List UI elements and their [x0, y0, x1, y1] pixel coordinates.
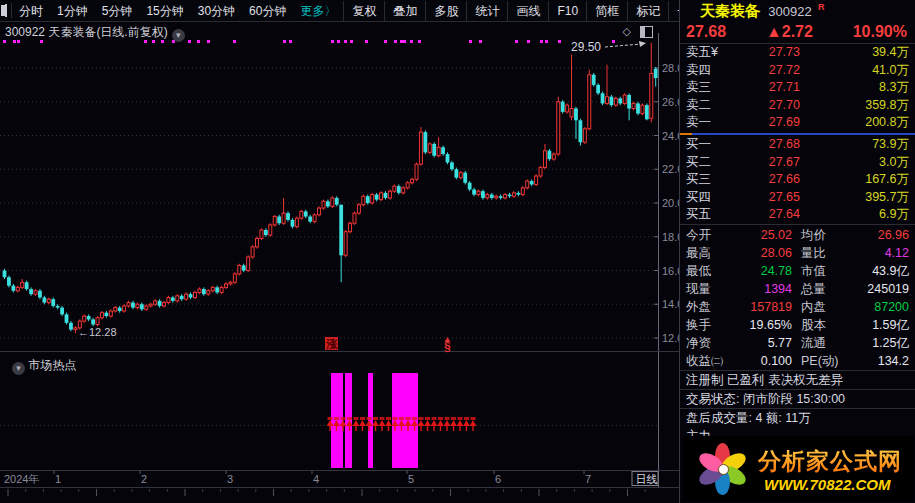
order-book-row[interactable]: 卖三27.718.3万: [680, 79, 915, 97]
book-volume: 8.3万: [800, 79, 909, 97]
price-row: 27.68 ▲2.72 10.90%: [680, 22, 915, 44]
toolbar-button[interactable]: 简框: [586, 1, 627, 21]
book-volume: 39.4万: [800, 44, 909, 62]
svg-text:4: 4: [313, 473, 319, 485]
svg-text:3: 3: [227, 473, 233, 485]
svg-text:6: 6: [495, 473, 501, 485]
svg-text:16.00: 16.00: [662, 265, 679, 277]
candlestick-chart[interactable]: 28.0026.0024.0022.0020.0018.0016.0014.00…: [0, 21, 679, 503]
book-level-label: 卖一: [686, 114, 734, 132]
book-level-label: 买三: [686, 171, 734, 189]
book-level-label: 卖二: [686, 97, 734, 115]
svg-text:§: §: [444, 340, 451, 354]
order-book-row[interactable]: 卖二27.70359.8万: [680, 97, 915, 115]
toolbar-button[interactable]: 画线: [507, 1, 548, 21]
order-book-row[interactable]: 买五27.646.9万: [680, 206, 915, 224]
svg-text:12.00: 12.00: [662, 332, 679, 344]
trade-status: 交易状态: 闭市阶段 15:30:00: [680, 389, 915, 408]
collapse-icon[interactable]: ▾: [12, 362, 25, 375]
subpanel-title: 市场热点: [28, 358, 76, 372]
price-change: ▲2.72: [766, 23, 813, 41]
stats-grid: 今开25.02均价26.96最高28.06量比4.12最低24.78市值43.9…: [680, 224, 915, 370]
order-book-row[interactable]: 买四27.65395.7万: [680, 189, 915, 207]
book-price: 27.71: [734, 79, 800, 97]
last-price: 27.68: [686, 23, 726, 41]
toolbar-button[interactable]: 复权: [343, 1, 384, 21]
book-price: 27.68: [734, 136, 800, 154]
book-volume: 73.9万: [800, 136, 909, 154]
stats-row: 最低24.78市值43.9亿: [680, 262, 915, 280]
order-book-row[interactable]: 买三27.66167.6万: [680, 171, 915, 189]
toolbar-button[interactable]: 统计: [466, 1, 507, 21]
margin-flag: R: [818, 2, 825, 12]
period-toolbar: 分时1分钟5分钟15分钟30分钟60分钟 更多〉 复权叠加多股统计画线F10简框…: [0, 0, 679, 22]
diamond-icon[interactable]: ◇: [623, 25, 631, 38]
stock-name: 天秦装备: [700, 2, 760, 19]
svg-text:22.00: 22.00: [662, 163, 679, 175]
stats-row: 净资5.77流通1.25亿: [680, 334, 915, 352]
chart-column: 分时1分钟5分钟15分钟30分钟60分钟 更多〉 复权叠加多股统计画线F10简框…: [0, 0, 679, 503]
order-book-row[interactable]: 买二27.673.0万: [680, 154, 915, 172]
book-level-label: 买五: [686, 206, 734, 224]
panel-split-icon[interactable]: [640, 26, 653, 38]
chevron-down-icon[interactable]: ▾: [172, 29, 185, 42]
book-level-label: 买一: [686, 136, 734, 154]
watermark: 分析家公式网 WWW.70822.COM: [682, 436, 914, 502]
book-volume: 200.8万: [800, 114, 909, 132]
book-price: 27.72: [734, 62, 800, 80]
bid-ask-divider: [680, 133, 915, 135]
svg-text:1: 1: [55, 473, 61, 485]
more-periods-button[interactable]: 更多〉: [293, 1, 343, 21]
book-level-label: 卖三: [686, 79, 734, 97]
quote-header[interactable]: 天秦装备 300922 R: [680, 0, 915, 22]
chart-title[interactable]: 300922 天秦装备(日线.前复权)▾: [5, 24, 185, 42]
subpanel-header[interactable]: ▾ 市场热点: [8, 357, 76, 375]
book-price: 27.73: [734, 44, 800, 62]
price-change-pct: 10.90%: [853, 23, 907, 41]
toolbar-button[interactable]: F10: [548, 1, 586, 21]
order-book-row[interactable]: 卖一27.69200.8万: [680, 114, 915, 132]
kline-chart-region: 300922 天秦装备(日线.前复权)▾ ◇ 28.0026.0024.0022…: [0, 21, 679, 503]
svg-text:涨: 涨: [326, 338, 339, 350]
toolbar-button[interactable]: 叠加: [384, 1, 425, 21]
flower-core: [718, 464, 729, 475]
period-tab[interactable]: 5分钟: [95, 4, 140, 18]
book-level-label: 卖五¥: [686, 44, 734, 62]
period-tab[interactable]: 分时: [12, 4, 50, 18]
svg-text:7: 7: [585, 473, 591, 485]
listing-notice: 注册制 已盈利 表决权无差异: [680, 370, 915, 389]
book-volume: 395.7万: [800, 189, 909, 207]
period-tabs: 分时1分钟5分钟15分钟30分钟60分钟: [12, 1, 293, 21]
svg-text:18.00: 18.00: [662, 231, 679, 243]
book-price: 27.64: [734, 206, 800, 224]
period-tab[interactable]: 1分钟: [50, 4, 95, 18]
toolbar-button[interactable]: 多股: [425, 1, 466, 21]
chart-title-text: 300922 天秦装备(日线.前复权): [5, 25, 168, 39]
chart-corner-icons: ◇: [623, 25, 653, 38]
svg-text:2: 2: [141, 473, 147, 485]
toolbar-button[interactable]: 标记: [627, 1, 668, 21]
period-tab[interactable]: 60分钟: [242, 4, 293, 18]
svg-text:20.00: 20.00: [662, 197, 679, 209]
layout-split-icon[interactable]: [5, 4, 7, 17]
book-volume: 167.6万: [800, 171, 909, 189]
order-book-row[interactable]: 卖五¥27.7339.4万: [680, 44, 915, 62]
svg-text:24.00: 24.00: [662, 130, 679, 142]
book-volume: 41.0万: [800, 62, 909, 80]
afterhours-row: 盘后成交量: 4 额: 11万: [680, 408, 915, 427]
stats-row: 换手19.65%股本1.59亿: [680, 316, 915, 334]
book-price: 27.69: [734, 114, 800, 132]
order-book-row[interactable]: 买一27.6873.9万: [680, 136, 915, 154]
flower-logo-icon: [692, 439, 752, 499]
svg-text:26.00: 26.00: [662, 96, 679, 108]
order-book-row[interactable]: 卖四27.7241.0万: [680, 62, 915, 80]
book-price: 27.65: [734, 189, 800, 207]
svg-text:2024年: 2024年: [4, 473, 39, 485]
book-level-label: 卖四: [686, 62, 734, 80]
period-tab[interactable]: 15分钟: [139, 4, 190, 18]
period-tab[interactable]: 30分钟: [191, 4, 242, 18]
watermark-url: WWW.70822.COM: [764, 476, 890, 493]
quote-panel: 天秦装备 300922 R 27.68 ▲2.72 10.90% 卖五¥27.7…: [679, 0, 915, 503]
svg-text:28.00: 28.00: [662, 62, 679, 74]
book-volume: 3.0万: [800, 154, 909, 172]
